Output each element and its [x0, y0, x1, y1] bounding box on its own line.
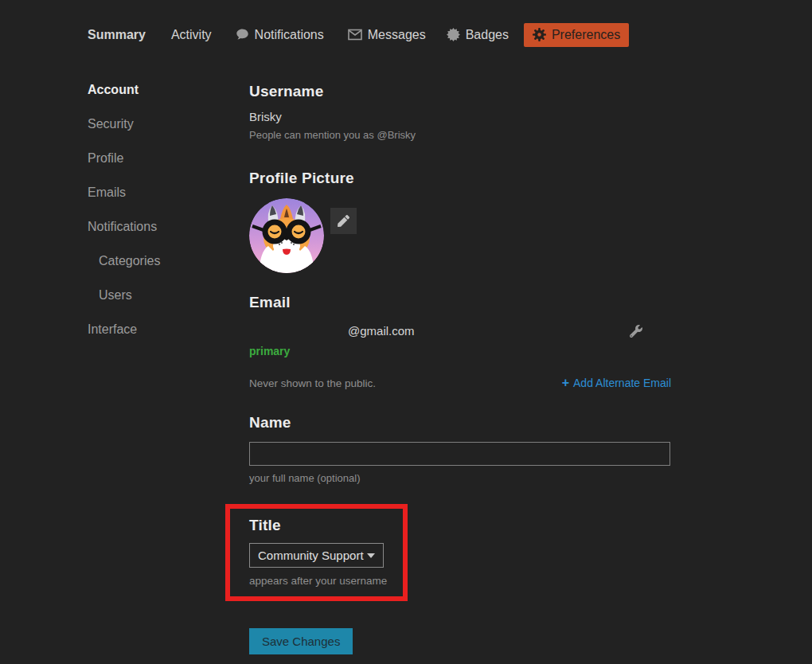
wrench-icon — [630, 325, 642, 338]
tab-summary[interactable]: Summary — [88, 28, 146, 42]
username-section: Username Brisky People can mention you a… — [249, 83, 671, 141]
name-section: Name your full name (optional) — [249, 414, 671, 484]
email-heading: Email — [249, 294, 671, 311]
title-hint: appears after your username — [249, 575, 403, 587]
gear-icon — [533, 28, 546, 41]
email-hint: Never shown to the public. — [249, 377, 376, 389]
sidebar-item-notifications[interactable]: Notifications — [88, 220, 249, 234]
name-hint: your full name (optional) — [249, 472, 671, 484]
account-settings-panel: Username Brisky People can mention you a… — [249, 83, 671, 654]
save-changes-button[interactable]: Save Changes — [249, 628, 353, 654]
plus-icon: + — [562, 376, 569, 390]
sidebar-item-interface[interactable]: Interface — [88, 322, 249, 337]
tab-messages[interactable]: Messages — [348, 28, 426, 42]
title-selected-option: Community Support — [258, 549, 364, 562]
profile-picture-heading: Profile Picture — [249, 170, 671, 187]
sidebar-item-security[interactable]: Security — [88, 117, 249, 131]
tab-activity[interactable]: Activity — [171, 28, 212, 42]
add-alternate-email-link[interactable]: + Add Alternate Email — [562, 376, 671, 390]
chevron-down-icon — [367, 553, 375, 558]
highlight-box: Title Community Support appears after yo… — [225, 504, 408, 601]
full-name-input[interactable] — [249, 442, 670, 466]
add-alternate-email-label: Add Alternate Email — [573, 377, 671, 389]
avatar-image — [249, 198, 324, 273]
manage-email-button[interactable] — [630, 325, 642, 338]
tab-label: Summary — [88, 28, 146, 42]
sidebar-item-emails[interactable]: Emails — [88, 186, 249, 200]
title-heading: Title — [249, 517, 403, 534]
tab-label: Preferences — [552, 28, 620, 42]
user-nav: Summary Activity Notifications Messages … — [88, 0, 812, 47]
sidebar-item-profile[interactable]: Profile — [88, 151, 249, 166]
speech-bubble-icon — [236, 28, 249, 41]
tab-label: Messages — [368, 28, 426, 42]
primary-email-badge: primary — [249, 345, 671, 357]
preferences-page: Account Security Profile Emails Notifica… — [88, 83, 812, 654]
name-heading: Name — [249, 414, 671, 432]
tab-notifications[interactable]: Notifications — [236, 28, 324, 42]
sidebar-item-categories[interactable]: Categories — [99, 254, 249, 268]
title-section: Title Community Support appears after yo… — [249, 517, 403, 587]
tab-label: Notifications — [255, 28, 324, 42]
email-section: Email @gmail.com primary Never shown to … — [249, 294, 671, 390]
edit-avatar-button[interactable] — [330, 208, 357, 234]
envelope-icon — [348, 29, 362, 41]
sidebar-item-account[interactable]: Account — [88, 83, 249, 97]
username-value: Brisky — [249, 110, 671, 123]
title-dropdown[interactable]: Community Support — [249, 543, 384, 568]
profile-picture-section: Profile Picture — [249, 170, 671, 273]
avatar — [249, 198, 324, 273]
badge-seal-icon — [447, 28, 460, 41]
tab-preferences[interactable]: Preferences — [524, 23, 629, 47]
tab-label: Activity — [171, 28, 212, 42]
username-heading: Username — [249, 83, 671, 100]
pencil-icon — [338, 215, 349, 227]
sidebar-item-users[interactable]: Users — [99, 288, 249, 303]
tab-badges[interactable]: Badges — [447, 28, 509, 42]
tab-label: Badges — [466, 28, 509, 42]
username-hint: People can mention you as @Brisky — [249, 129, 671, 141]
email-address: @gmail.com — [348, 324, 415, 338]
